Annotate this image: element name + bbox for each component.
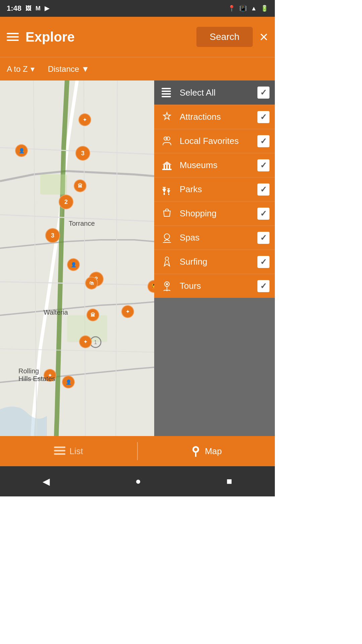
category-row-tours[interactable]: Tours ✓ bbox=[154, 274, 275, 298]
vibrate-icon: 📳 bbox=[239, 5, 247, 12]
map-background: 1 bbox=[0, 80, 154, 466]
status-bar: 1:48 🖼 M ▶ 📍 📳 ▲ 🔋 bbox=[0, 0, 275, 17]
svg-rect-15 bbox=[162, 96, 171, 97]
select-all-row[interactable]: Select All ✓ bbox=[154, 80, 275, 105]
time-display: 1:48 bbox=[7, 4, 21, 13]
recent-button[interactable]: ■ bbox=[227, 476, 232, 487]
select-all-checkbox[interactable]: ✓ bbox=[257, 87, 269, 99]
select-all-label: Select All bbox=[180, 88, 252, 98]
location-icon: 📍 bbox=[228, 5, 235, 12]
svg-point-27 bbox=[165, 257, 169, 260]
svg-rect-25 bbox=[168, 194, 169, 195]
check-icon: ✓ bbox=[260, 209, 267, 218]
category-label-spas: Spas bbox=[180, 232, 252, 243]
back-button[interactable]: ◀ bbox=[43, 476, 50, 487]
svg-marker-23 bbox=[162, 161, 172, 165]
system-nav: ◀ ● ■ bbox=[0, 466, 275, 496]
category-row-attractions[interactable]: Attractions ✓ bbox=[154, 105, 275, 129]
checkbox-spas[interactable]: ✓ bbox=[257, 232, 269, 244]
map-pin-small[interactable]: ✦ bbox=[78, 113, 91, 126]
category-label-attractions: Attractions bbox=[180, 112, 252, 122]
wifi-icon: ▲ bbox=[251, 5, 257, 12]
select-all-icon bbox=[160, 85, 174, 100]
photo-icon: 🖼 bbox=[25, 5, 32, 12]
checkbox-attractions[interactable]: ✓ bbox=[257, 111, 269, 123]
svg-rect-19 bbox=[162, 169, 172, 170]
category-label-parks: Parks bbox=[180, 184, 252, 195]
checkbox-local-favorites[interactable]: ✓ bbox=[257, 135, 269, 147]
map-pin[interactable]: 3 bbox=[75, 146, 90, 161]
map-pin-small[interactable]: ✦ bbox=[44, 369, 56, 382]
map-pin-small[interactable]: 🛍 bbox=[85, 277, 98, 289]
svg-rect-30 bbox=[54, 446, 65, 448]
category-row-spas[interactable]: Spas ✓ bbox=[154, 225, 275, 250]
svg-rect-21 bbox=[166, 165, 168, 169]
map-pin-small[interactable]: 👤 bbox=[15, 144, 28, 157]
map-pin-small[interactable]: 👤 bbox=[62, 376, 75, 388]
check-icon: ✓ bbox=[260, 185, 267, 194]
category-row-surfing[interactable]: Surfing ✓ bbox=[154, 250, 275, 274]
checkbox-surfing[interactable]: ✓ bbox=[257, 256, 269, 268]
svg-text:1: 1 bbox=[94, 339, 97, 345]
category-label-tours: Tours bbox=[180, 281, 252, 291]
checkbox-museums[interactable]: ✓ bbox=[257, 159, 269, 171]
header-title: Explore bbox=[25, 30, 190, 45]
svg-rect-13 bbox=[162, 91, 171, 92]
category-icon-parks bbox=[160, 182, 174, 197]
category-list: Attractions ✓ Local Favorites ✓ Museums … bbox=[154, 105, 275, 298]
map-pin-small[interactable]: 👤 bbox=[67, 258, 80, 271]
category-icon-museums bbox=[160, 158, 174, 173]
svg-rect-20 bbox=[164, 165, 165, 169]
map-pin[interactable]: 3 bbox=[45, 228, 60, 243]
category-label-local-favorites: Local Favorites bbox=[180, 136, 252, 146]
map-pin[interactable]: 2 bbox=[59, 195, 73, 209]
svg-rect-24 bbox=[164, 193, 165, 195]
svg-point-26 bbox=[164, 234, 170, 239]
category-icon-shopping bbox=[160, 206, 174, 221]
chevron-down-icon: ▾ bbox=[31, 64, 35, 74]
svg-rect-22 bbox=[169, 165, 170, 169]
play-icon: ▶ bbox=[45, 5, 49, 12]
check-icon: ✓ bbox=[260, 233, 267, 243]
list-label: List bbox=[69, 446, 83, 457]
map-nav-button[interactable]: Map bbox=[138, 436, 275, 466]
main-content: 1 3 2 3 2 ✦ 🏛 👤 👤 🛍 🏛 ✦ ✦ ✦ 👤 💆 Torrance… bbox=[0, 80, 275, 466]
map-pin-small[interactable]: 🏛 bbox=[86, 309, 99, 321]
category-row-museums[interactable]: Museums ✓ bbox=[154, 153, 275, 177]
svg-point-18 bbox=[165, 138, 167, 140]
category-row-shopping[interactable]: Shopping ✓ bbox=[154, 201, 275, 225]
filter-bar: A to Z ▾ Distance ▼ bbox=[0, 57, 275, 80]
map-pin-small[interactable]: ✦ bbox=[79, 335, 92, 348]
check-icon: ✓ bbox=[260, 137, 267, 146]
category-label-surfing: Surfing bbox=[180, 257, 252, 267]
sort-button[interactable]: A to Z ▾ bbox=[7, 64, 35, 74]
list-nav-button[interactable]: List bbox=[0, 436, 137, 466]
checkbox-shopping[interactable]: ✓ bbox=[257, 208, 269, 220]
category-icon-tours bbox=[160, 279, 174, 293]
checkbox-parks[interactable]: ✓ bbox=[257, 183, 269, 196]
map-pin-small[interactable]: ✦ bbox=[121, 305, 134, 318]
check-icon: ✓ bbox=[260, 257, 267, 267]
map-pin-small[interactable]: 🏛 bbox=[74, 179, 86, 192]
svg-rect-14 bbox=[162, 93, 171, 95]
map-label: Map bbox=[205, 446, 222, 457]
list-icon bbox=[54, 446, 65, 456]
svg-rect-8 bbox=[40, 174, 67, 195]
dropdown-panel: Select All ✓ Attractions ✓ Local Favorit… bbox=[154, 80, 275, 298]
check-icon: ✓ bbox=[260, 281, 267, 291]
svg-point-29 bbox=[166, 283, 168, 285]
check-icon: ✓ bbox=[260, 112, 267, 122]
checkbox-tours[interactable]: ✓ bbox=[257, 280, 269, 292]
svg-rect-0 bbox=[0, 80, 154, 466]
map-pin-icon bbox=[191, 445, 201, 457]
search-button[interactable]: Search bbox=[196, 27, 253, 47]
svg-rect-32 bbox=[54, 453, 65, 455]
home-button[interactable]: ● bbox=[135, 476, 141, 487]
distance-button[interactable]: Distance ▼ bbox=[48, 64, 89, 74]
category-row-local-favorites[interactable]: Local Favorites ✓ bbox=[154, 129, 275, 153]
close-button[interactable]: × bbox=[259, 30, 268, 44]
category-row-parks[interactable]: Parks ✓ bbox=[154, 177, 275, 201]
map-area: 1 3 2 3 2 ✦ 🏛 👤 👤 🛍 🏛 ✦ ✦ ✦ 👤 💆 Torrance… bbox=[0, 80, 154, 466]
menu-button[interactable] bbox=[7, 33, 19, 41]
svg-rect-12 bbox=[162, 88, 171, 89]
